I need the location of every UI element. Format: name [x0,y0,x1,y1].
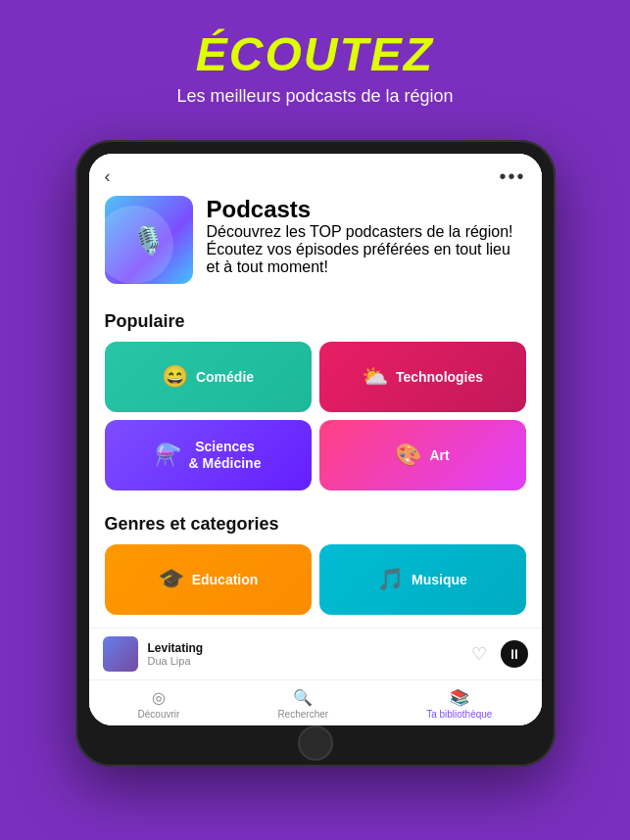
education-icon: 🎓 [158,567,184,592]
artist-name: Dua Lipa [148,655,461,667]
tablet-screen: ‹ ••• 🎙️ Podcasts Découvrez les TOP podc… [89,154,542,725]
podcast-info: Podcasts Découvrez les TOP podcasters de… [207,196,526,276]
more-button[interactable]: ••• [499,165,525,188]
sciences-icon: ⚗️ [155,443,181,468]
main-title: ÉCOUTEZ [176,31,453,78]
categories-grid: 😄 Comédie ⛅ Technologies ⚗️ Sciences & M… [89,342,542,490]
subtitle: Les meilleurs podcasts de la région [176,86,453,107]
library-label: Ta bibliothèque [426,709,492,720]
play-pause-button[interactable]: ⏸ [501,640,528,668]
app-content: ‹ ••• 🎙️ Podcasts Découvrez les TOP podc… [89,154,542,725]
search-label: Rechercher [277,709,328,720]
nav-library[interactable]: 📚 Ta bibliothèque [426,688,492,720]
player-controls: ♡ ⏸ [471,640,528,668]
musique-icon: 🎵 [377,567,404,592]
search-icon: 🔍 [293,688,313,707]
category-art[interactable]: 🎨 Art [319,420,526,490]
track-name: Levitating [148,641,461,655]
bottom-player: Levitating Dua Lipa ♡ ⏸ [89,628,542,679]
mic-icon: 🎙️ [131,224,166,257]
discover-icon: ◎ [152,688,166,707]
tablet-wrapper: ‹ ••• 🎙️ Podcasts Découvrez les TOP podc… [75,140,556,767]
nav-discover[interactable]: ◎ Découvrir [138,688,180,720]
art-label: Art [429,447,449,464]
top-bar: ‹ ••• [89,154,542,196]
genres-grid: 🎓 Education 🎵 Musique [89,544,542,615]
podcast-thumbnail: 🎙️ [105,196,193,284]
category-technologies[interactable]: ⛅ Technologies [319,342,526,412]
podcast-title: Podcasts [207,196,526,223]
technologies-icon: ⛅ [362,364,388,390]
genres-section: Genres et categories 🎓 Education 🎵 Musiq… [89,490,542,615]
genres-section-title: Genres et categories [89,502,542,544]
technologies-label: Technologies [396,369,483,386]
education-label: Education [192,572,259,588]
library-icon: 📚 [450,688,469,707]
comedie-icon: 😄 [162,364,188,390]
player-info: Levitating Dua Lipa [148,641,461,667]
header-section: ÉCOUTEZ Les meilleurs podcasts de la rég… [157,0,472,126]
category-comedie[interactable]: 😄 Comédie [105,342,312,412]
tablet-frame: ‹ ••• 🎙️ Podcasts Découvrez les TOP podc… [75,140,556,767]
discover-label: Découvrir [138,709,180,720]
category-musique[interactable]: 🎵 Musique [319,544,526,615]
category-sciences[interactable]: ⚗️ Sciences & Médicine [105,420,312,490]
sciences-label: Sciences & Médicine [189,439,262,472]
art-icon: 🎨 [395,443,421,468]
popular-section-title: Populaire [89,300,542,342]
nav-search[interactable]: 🔍 Rechercher [277,688,328,720]
podcast-header: 🎙️ Podcasts Découvrez les TOP podcasters… [89,196,542,300]
bottom-nav: ◎ Découvrir 🔍 Rechercher 📚 Ta bibliothèq… [89,679,542,725]
musique-label: Musique [412,572,467,588]
podcast-description: Découvrez les TOP podcasters de la régio… [207,223,526,276]
comedie-label: Comédie [196,369,254,386]
home-button[interactable] [298,725,333,761]
heart-icon[interactable]: ♡ [471,643,487,665]
player-thumbnail [103,636,138,672]
category-education[interactable]: 🎓 Education [105,544,312,615]
back-button[interactable]: ‹ [105,166,111,187]
